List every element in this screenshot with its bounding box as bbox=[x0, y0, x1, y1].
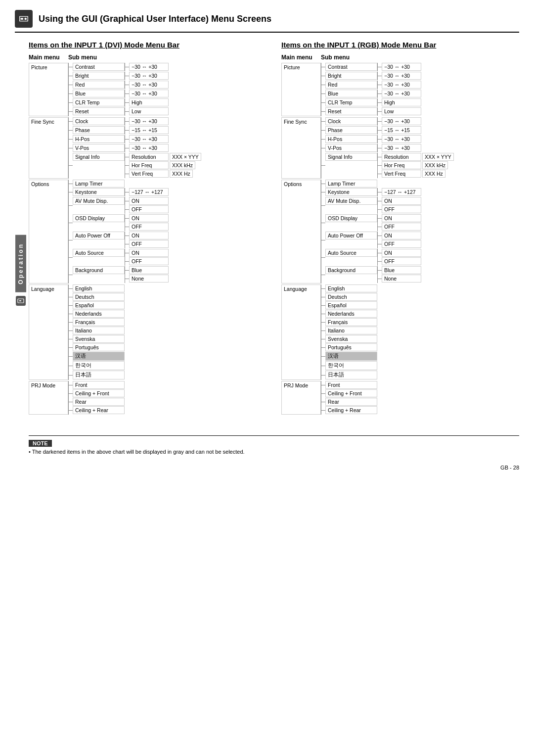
sub-tree: Lamp TimerKeystone−127 ↔ +127AV Mute Dis… bbox=[321, 180, 519, 284]
connector-h bbox=[69, 67, 73, 67]
sub-menu-label: V-Pos bbox=[325, 144, 377, 152]
connector-h bbox=[321, 184, 325, 184]
val-tree: −30 ↔ +30 bbox=[377, 81, 519, 89]
val-label: OFF bbox=[129, 240, 169, 248]
val-label: −30 ↔ +30 bbox=[129, 72, 169, 80]
sub-menu-label: Svenska bbox=[73, 335, 125, 343]
val-label: High bbox=[129, 98, 169, 106]
val-row: OFF bbox=[125, 223, 267, 231]
connector-h bbox=[321, 305, 325, 306]
val-connector bbox=[125, 174, 129, 174]
val-row: −30 ↔ +30 bbox=[378, 63, 519, 71]
val-label: ON bbox=[129, 232, 169, 239]
sub-menu-label: Deutsch bbox=[325, 293, 377, 301]
connector-h bbox=[69, 111, 73, 112]
sidebar-icon bbox=[16, 296, 26, 306]
main-menu-label: Language bbox=[29, 284, 68, 380]
sub-row: Rear bbox=[321, 398, 519, 406]
val-label: −30 ↔ +30 bbox=[129, 144, 169, 152]
connector-h bbox=[69, 94, 73, 94]
connector-h bbox=[321, 331, 325, 331]
val-row: −30 ↔ +30 bbox=[125, 90, 267, 97]
sub-menu-label: Red bbox=[325, 81, 377, 89]
val-tree: ONOFF bbox=[125, 249, 267, 266]
connector-h bbox=[321, 192, 325, 192]
val-tree: ONOFF bbox=[377, 214, 519, 231]
connector-h bbox=[69, 288, 73, 289]
svg-point-0 bbox=[24, 18, 27, 20]
val-tree: High bbox=[377, 98, 519, 107]
main-menu-label: Options bbox=[29, 180, 68, 284]
connector-h bbox=[321, 94, 325, 94]
sub-row: Lamp Timer bbox=[69, 180, 267, 188]
group-3: LanguageEnglishDeutschEspañolNederlandsF… bbox=[281, 284, 519, 380]
val-tree: ResolutionXXX × YYYHor FreqXXX kHzVert F… bbox=[125, 153, 267, 178]
connector-h bbox=[69, 275, 73, 275]
val-tree: ONOFF bbox=[377, 232, 519, 248]
val-label: ON bbox=[382, 249, 421, 257]
connector-h bbox=[69, 366, 73, 366]
sub-row: Bright−30 ↔ +30 bbox=[69, 72, 267, 80]
connector-h bbox=[321, 102, 325, 103]
val-extra: XXX × YYY bbox=[422, 153, 454, 161]
val-label: OFF bbox=[129, 205, 169, 213]
val-tree: −15 ↔ +15 bbox=[377, 126, 519, 135]
sub-menu-label: Bright bbox=[73, 72, 125, 80]
sub-row: Rear bbox=[69, 398, 267, 406]
val-row: Vert FreqXXX Hz bbox=[125, 170, 267, 178]
val-row: −30 ↔ +30 bbox=[125, 81, 267, 89]
sub-row: Deutsch bbox=[69, 293, 267, 301]
sub-menu-label: English bbox=[325, 284, 377, 292]
sub-row: Keystone−127 ↔ +127 bbox=[321, 188, 519, 196]
val-row: ON bbox=[378, 249, 519, 257]
sub-row: Phase−15 ↔ +15 bbox=[69, 126, 267, 135]
header-icon bbox=[15, 10, 33, 28]
connector-h bbox=[69, 76, 73, 76]
val-label: ON bbox=[129, 214, 169, 222]
main-menu-label: Language bbox=[281, 284, 321, 380]
val-tree: −127 ↔ +127 bbox=[377, 188, 519, 196]
sub-row: V-Pos−30 ↔ +30 bbox=[69, 144, 267, 152]
sub-row: CLR TempHigh bbox=[321, 98, 519, 107]
connector-h bbox=[321, 148, 325, 148]
val-label: Vert Freq bbox=[129, 170, 169, 178]
sub-menu-label: Português bbox=[73, 343, 125, 351]
sub-menu-label: Español bbox=[325, 301, 377, 309]
connector-h bbox=[321, 257, 325, 258]
val-connector bbox=[125, 102, 129, 103]
val-extra: XXX kHz bbox=[422, 161, 448, 169]
val-tree: ONOFF bbox=[125, 214, 267, 231]
sub-menu-label: 日本語 bbox=[73, 371, 125, 379]
val-tree: ONOFF bbox=[377, 197, 519, 214]
val-row: −30 ↔ +30 bbox=[378, 90, 519, 97]
val-connector bbox=[378, 218, 382, 219]
sub-menu-label: OSD Display bbox=[73, 214, 125, 222]
connector-h bbox=[321, 339, 325, 339]
val-label: Hor Freq bbox=[382, 161, 421, 169]
val-extra: XXX kHz bbox=[170, 161, 195, 169]
sub-row: Clock−30 ↔ +30 bbox=[69, 117, 267, 126]
main-menu-label: PRJ Mode bbox=[281, 381, 321, 415]
val-connector bbox=[125, 279, 129, 279]
val-tree: −30 ↔ +30 bbox=[125, 117, 267, 126]
val-label: Resolution bbox=[382, 153, 421, 161]
sub-row: Svenska bbox=[69, 335, 267, 343]
sub-menu-label: Lamp Timer bbox=[325, 180, 377, 188]
sub-row: H-Pos−30 ↔ +30 bbox=[69, 135, 267, 143]
sub-menu-label: Nederlands bbox=[325, 310, 377, 318]
sub-menu-label: Deutsch bbox=[73, 293, 125, 301]
sub-menu-label: 한국어 bbox=[73, 361, 125, 370]
connector-h bbox=[69, 375, 73, 376]
sub-row: Clock−30 ↔ +30 bbox=[321, 117, 519, 126]
sub-row: Ceiling + Front bbox=[321, 389, 519, 397]
val-label: −15 ↔ +15 bbox=[129, 126, 169, 134]
sub-menu-label: Phase bbox=[325, 126, 377, 134]
sub-row: Français bbox=[321, 318, 519, 326]
sub-tree: Contrast−30 ↔ +30Bright−30 ↔ +30Red−30 ↔… bbox=[68, 63, 267, 116]
sub-menu-label: Ceiling + Front bbox=[325, 389, 377, 397]
sub-row: Nederlands bbox=[321, 310, 519, 318]
val-tree: −30 ↔ +30 bbox=[125, 63, 267, 71]
sub-row: Português bbox=[321, 343, 519, 351]
val-connector bbox=[125, 139, 129, 140]
val-label: OFF bbox=[129, 257, 169, 265]
